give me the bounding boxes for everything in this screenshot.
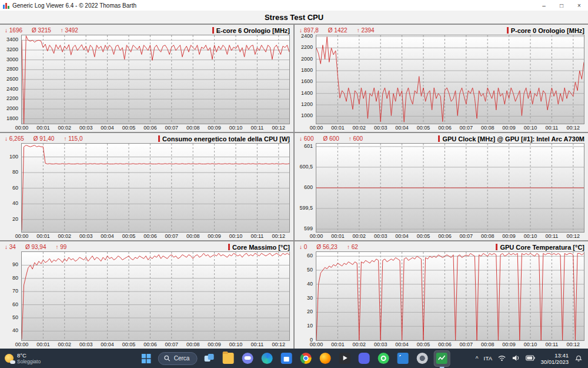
taskbar-app-file-explorer[interactable] — [220, 351, 236, 366]
y-axis-labels: 10080604020 — [0, 143, 21, 233]
y-tick-label: 3400 — [6, 37, 18, 42]
start-button[interactable] — [139, 351, 154, 366]
stat-avg: Ø 3215 — [32, 27, 51, 34]
y-axis-labels: 24002200200018001600140012001000 — [295, 35, 316, 124]
y-tick-label: 2600 — [6, 77, 18, 82]
taskbar-app-firefox[interactable] — [318, 351, 333, 366]
chart-header: ↓ 34 Ø 93,94 ↑ 99 Core Massimo [°C] — [0, 241, 293, 251]
close-button[interactable]: × — [570, 0, 588, 11]
taskbar-clock[interactable]: 13:41 30/01/2023 — [540, 352, 569, 365]
taskbar-app-whatsapp[interactable] — [376, 351, 391, 366]
series-line — [316, 37, 584, 122]
y-tick-label: 1800 — [301, 68, 313, 73]
chart-title: GPU Clock [MHz] @ GPU [#1]: Intel Arc A7… — [438, 135, 584, 142]
chart-stats: ↓ 600 Ø 600 ↑ 600 — [299, 135, 363, 142]
stat-max: ↑ 600 — [349, 135, 363, 142]
notification-bell-icon[interactable] — [574, 354, 583, 363]
chart-panel-pcore-clock: ↓ 897,8 Ø 1422 ↑ 2394 P-core 0 Orologio … — [295, 25, 588, 132]
plot-area[interactable] — [316, 143, 584, 233]
x-tick-label: 00:10 — [522, 125, 539, 131]
plot-area[interactable] — [316, 251, 584, 341]
x-tick-label: 00:03 — [372, 125, 389, 131]
hidden-icons-chevron[interactable]: ^ — [476, 356, 479, 362]
search-box[interactable]: Cerca — [158, 352, 198, 365]
taskbar-app-edge[interactable] — [259, 351, 275, 366]
x-tick-label: 00:00 — [13, 233, 31, 239]
stat-min: ↓ 34 — [5, 244, 16, 250]
title-accent-bar-icon — [496, 244, 497, 250]
chart-header: ↓ 897,8 Ø 1422 ↑ 2394 P-core 0 Orologio … — [295, 25, 588, 35]
x-tick-label: 00:06 — [436, 342, 453, 347]
chart-stats: ↓ 1696 Ø 3215 ↑ 3492 — [5, 27, 78, 34]
taskbar-app-settings[interactable] — [415, 351, 430, 366]
stat-max: ↑ 62 — [347, 244, 358, 250]
maximize-button[interactable]: □ — [553, 0, 570, 11]
chart-panel-ecore-clock: ↓ 1696 Ø 3215 ↑ 3492 E-core 6 Orologio [… — [0, 25, 293, 132]
window-title: Generic Log Viewer 6.4 - © 2022 Thomas B… — [12, 2, 535, 9]
taskbar-app-chrome[interactable] — [298, 351, 313, 366]
log-viewer-icon — [436, 353, 447, 364]
y-tick-label: 2000 — [301, 57, 313, 62]
vscode-icon — [397, 353, 409, 364]
settings-gear-icon — [417, 353, 428, 364]
chart-title-text: GPU Core Temperatura [°C] — [500, 244, 584, 251]
discord-icon — [359, 353, 370, 364]
volume-icon[interactable] — [512, 354, 520, 363]
taskbar-app-task-view[interactable] — [201, 351, 216, 366]
firefox-browser-icon — [320, 353, 331, 364]
taskbar-app-log-viewer-active[interactable] — [434, 351, 449, 366]
plot-area[interactable] — [21, 143, 290, 233]
series-line — [316, 253, 584, 340]
language-switcher[interactable]: ITA — [483, 355, 492, 362]
plot-area[interactable] — [21, 35, 290, 124]
stat-avg: Ø 56,23 — [316, 244, 338, 250]
taskbar-app-media-player[interactable] — [337, 351, 352, 366]
y-tick-label: 80 — [12, 170, 18, 175]
x-tick-label: 00:11 — [543, 233, 560, 239]
x-tick-label: 00:04 — [393, 125, 411, 131]
chart-panel-core-max-temp: ↓ 34 Ø 93,94 ↑ 99 Core Massimo [°C] 9080… — [0, 241, 293, 349]
plot-area[interactable] — [316, 35, 584, 124]
x-tick-label: 00:01 — [329, 233, 346, 239]
x-tick-label: 00:09 — [500, 125, 518, 131]
page-title: Stress Test CPU — [265, 13, 323, 22]
taskbar-app-store[interactable] — [279, 351, 294, 366]
y-tick-label: 60 — [307, 253, 313, 258]
y-tick-label: 50 — [12, 315, 18, 320]
y-tick-label: 40 — [307, 281, 313, 287]
x-tick-label: 00:04 — [99, 125, 116, 131]
app-icon — [3, 2, 9, 9]
chart-title: Consumo energetico totale della CPU [W] — [158, 135, 290, 142]
x-tick-label: 00:07 — [163, 233, 181, 239]
x-tick-label: 00:06 — [141, 233, 159, 239]
taskbar-app-teams-chat[interactable] — [240, 351, 255, 366]
x-tick-label: 00:05 — [120, 233, 138, 239]
y-axis-labels: 601600,5600599,5599 — [295, 143, 316, 233]
chart-stats: ↓ 34 Ø 93,94 ↑ 99 — [5, 244, 66, 250]
series-line — [22, 145, 289, 230]
y-tick-label: 70 — [12, 289, 18, 294]
clock-date: 30/01/2023 — [540, 359, 569, 365]
y-tick-label: 600,5 — [299, 164, 313, 170]
taskbar-app-vscode[interactable] — [395, 351, 410, 366]
x-axis-labels: 00:0000:0100:0200:0300:0400:0500:0600:07… — [21, 341, 290, 349]
plot-area[interactable] — [21, 251, 290, 341]
y-tick-label: 20 — [307, 309, 313, 314]
weather-widget[interactable]: 8°C Soleggiato — [5, 349, 41, 368]
x-axis-labels: 00:0000:0100:0200:0300:0400:0500:0600:07… — [21, 124, 290, 132]
minimize-button[interactable]: – — [535, 0, 553, 11]
stat-avg: Ø 600 — [323, 135, 339, 142]
x-tick-label: 00:11 — [248, 342, 266, 347]
chart-title: GPU Core Temperatura [°C] — [496, 244, 584, 251]
chrome-browser-icon — [300, 353, 312, 364]
y-axis-labels: 908070605040 — [0, 251, 21, 341]
x-tick-label: 00:04 — [393, 233, 411, 239]
document-header: Stress Test CPU — [0, 11, 588, 24]
x-tick-label: 00:01 — [329, 125, 346, 131]
y-tick-label: 60 — [12, 302, 18, 307]
battery-icon[interactable] — [526, 355, 535, 362]
taskbar-app-discord[interactable] — [356, 351, 372, 366]
y-tick-label: 2000 — [6, 106, 18, 111]
wifi-icon[interactable] — [497, 354, 506, 363]
x-tick-label: 00:01 — [34, 125, 52, 131]
